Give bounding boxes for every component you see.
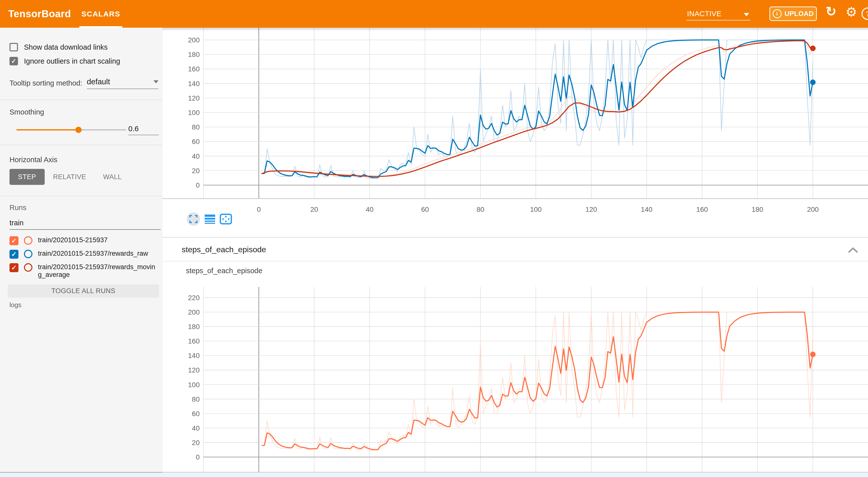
svg-text:200: 200 [188, 308, 200, 316]
svg-text:100: 100 [188, 109, 200, 117]
smoothing-label: Smoothing [9, 107, 159, 117]
svg-text:0: 0 [196, 181, 200, 189]
svg-text:220: 220 [188, 294, 200, 301]
tooltip-sorting-select[interactable]: default [87, 77, 158, 89]
tooltip-sorting-value: default [87, 77, 110, 86]
chart-card-title: steps_of_each_episode [186, 267, 262, 275]
svg-text:0: 0 [257, 205, 261, 213]
expand-chart-icon[interactable] [187, 212, 200, 226]
svg-text:80: 80 [192, 123, 200, 131]
run-row[interactable]: ✓train/20201015-215937 [9, 236, 159, 245]
svg-text:40: 40 [192, 424, 200, 432]
bottom-scroll-strip[interactable] [0, 473, 868, 477]
svg-text:160: 160 [188, 65, 200, 73]
svg-text:60: 60 [192, 410, 200, 418]
svg-text:80: 80 [476, 205, 484, 213]
status-dropdown-underline [686, 20, 750, 21]
run-radio-icon[interactable] [24, 263, 32, 272]
svg-text:140: 140 [188, 352, 200, 359]
general-checkbox-row: ✓Ignore outliers in chart scaling [9, 56, 159, 66]
toggle-all-runs-button[interactable]: TOGGLE ALL RUNS [8, 284, 159, 298]
run-filter-input[interactable] [9, 219, 161, 230]
general-checkbox-row: Show data download links [9, 42, 159, 52]
settings-sidebar: Show data download links✓Ignore outliers… [0, 28, 162, 472]
rewards-chart[interactable]: 0204060801001201401601802000204060801001… [162, 28, 868, 214]
svg-text:120: 120 [188, 94, 200, 102]
upload-button-label: UPLOAD [785, 10, 814, 18]
smoothing-slider[interactable] [17, 129, 126, 130]
section-header[interactable]: steps_of_each_episode [162, 238, 868, 261]
run-radio-icon[interactable] [24, 250, 32, 258]
svg-text:40: 40 [366, 205, 373, 213]
run-label: train/20201015-215937 [38, 236, 159, 244]
svg-text:20: 20 [192, 439, 200, 447]
collapse-section-icon[interactable] [848, 247, 858, 254]
tooltip-sorting-label: Tooltip sorting method: [9, 79, 82, 87]
svg-text:200: 200 [188, 36, 200, 44]
svg-text:140: 140 [641, 205, 653, 213]
info-icon: i [773, 9, 782, 18]
checkbox-icon[interactable] [9, 43, 18, 52]
svg-text:60: 60 [421, 205, 429, 213]
status-dropdown[interactable]: INACTIVE [687, 0, 721, 28]
run-list: ✓train/20201015-215937✓train/20201015-21… [9, 236, 159, 279]
svg-text:80: 80 [192, 395, 200, 403]
svg-text:100: 100 [188, 381, 200, 389]
tab-active-underline [80, 26, 122, 28]
svg-text:180: 180 [188, 51, 200, 58]
run-row[interactable]: ✓train/20201015-215937/rewards_moving_av… [9, 263, 159, 279]
svg-text:160: 160 [188, 337, 200, 345]
horizontal-axis-label: Horizontal Axis [9, 155, 159, 165]
fit-domain-icon[interactable] [220, 214, 232, 225]
svg-text:120: 120 [188, 366, 200, 374]
run-row[interactable]: ✓train/20201015-215937/rewards_raw [9, 250, 159, 259]
checkbox-label: Show data download links [24, 43, 107, 52]
svg-text:60: 60 [192, 138, 200, 146]
chevron-down-icon[interactable] [744, 13, 749, 16]
run-checkbox-icon[interactable]: ✓ [9, 263, 19, 272]
svg-text:0: 0 [196, 453, 200, 461]
axis-option-step[interactable]: STEP [9, 169, 45, 185]
run-checkbox-icon[interactable]: ✓ [9, 250, 19, 259]
smoothing-value-input[interactable]: 0.6 [128, 125, 159, 135]
chevron-down-icon [154, 80, 158, 83]
app-title: TensorBoard [8, 0, 71, 28]
run-checkbox-icon[interactable]: ✓ [9, 236, 19, 245]
axis-option-relative[interactable]: RELATIVE [45, 169, 95, 185]
app-header: TensorBoard SCALARS INACTIVE i UPLOAD ↻ … [0, 0, 868, 28]
log-scale-icon[interactable] [204, 214, 216, 225]
run-label: train/20201015-215937/rewards_moving_ave… [38, 263, 159, 279]
upload-button[interactable]: i UPLOAD [769, 6, 817, 21]
general-checkbox-list: Show data download links✓Ignore outliers… [9, 42, 159, 66]
tab-scalars[interactable]: SCALARS [80, 0, 122, 28]
svg-text:100: 100 [530, 205, 542, 213]
svg-text:180: 180 [188, 323, 200, 330]
svg-text:160: 160 [696, 205, 708, 213]
run-radio-icon[interactable] [24, 236, 32, 245]
section-title: steps_of_each_episode [182, 238, 266, 261]
chart-toolbar [187, 212, 232, 226]
svg-text:20: 20 [310, 205, 318, 213]
checkbox-icon[interactable]: ✓ [9, 57, 18, 65]
svg-text:20: 20 [192, 167, 200, 174]
axis-option-wall[interactable]: WALL [95, 169, 130, 185]
refresh-icon[interactable]: ↻ [826, 4, 837, 19]
sidebar-bottom-border [0, 472, 162, 473]
steps-chart[interactable]: 020406080100120140160180200220 [162, 287, 868, 477]
logs-text: logs [9, 301, 159, 309]
smoothing-slider-thumb[interactable] [75, 127, 82, 133]
help-icon[interactable]: ? [862, 7, 868, 20]
svg-text:40: 40 [192, 152, 200, 160]
gear-icon[interactable]: ⚙ [845, 4, 857, 20]
svg-text:140: 140 [188, 80, 200, 88]
svg-text:120: 120 [586, 205, 597, 213]
svg-text:200: 200 [807, 205, 819, 213]
svg-text:180: 180 [752, 205, 764, 213]
checkbox-label: Ignore outliers in chart scaling [24, 57, 120, 65]
main-content: 0204060801001201401601802000204060801001… [162, 28, 868, 477]
runs-label: Runs [9, 202, 159, 213]
horizontal-axis-buttons: STEPRELATIVEWALL [9, 169, 159, 185]
run-label: train/20201015-215937/rewards_raw [38, 250, 159, 257]
